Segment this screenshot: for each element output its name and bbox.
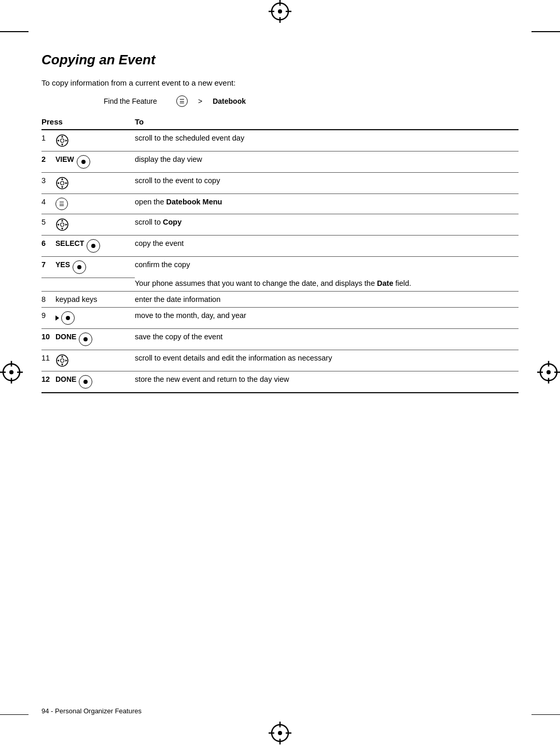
svg-marker-45	[61, 364, 63, 366]
svg-point-1	[278, 9, 282, 13]
svg-marker-35	[65, 182, 67, 184]
col-to-header: To	[135, 114, 519, 130]
find-feature-destination: Datebook	[213, 97, 246, 105]
svg-point-31	[61, 182, 64, 185]
svg-marker-40	[57, 224, 59, 226]
scroll-icon	[55, 176, 69, 190]
page-footer: 94 - Personal Organizer Features	[41, 707, 142, 715]
center-press-icon	[77, 155, 90, 169]
svg-marker-33	[61, 186, 63, 188]
step-num: 10	[41, 333, 53, 341]
page-number: 94	[41, 707, 49, 715]
step-to: enter the date information	[135, 291, 519, 307]
step-num: 12	[41, 375, 53, 383]
step-num: 9	[41, 311, 53, 320]
target-left-icon	[0, 361, 23, 385]
table-row: 9 move to the month, day, and year	[41, 307, 519, 328]
steps-table: Press To 1	[41, 114, 519, 393]
yes-label: YES	[55, 260, 70, 269]
step-to: store the new event and return to the da…	[135, 371, 519, 393]
step-num: 11	[41, 354, 53, 362]
step-to: open the Datebook Menu	[135, 194, 519, 214]
svg-marker-32	[61, 178, 63, 180]
table-row: 3 scroll to th	[41, 173, 519, 194]
step-to: Your phone assumes that you want to chan…	[135, 278, 519, 292]
page-title: Copying an Event	[41, 52, 519, 68]
table-row: 1 scroll to th	[41, 130, 519, 151]
table-row: 2 VIEW display the day view	[41, 151, 519, 173]
step-to: copy the event	[135, 236, 519, 257]
find-feature-separator: >	[198, 97, 202, 105]
table-row: Your phone assumes that you want to chan…	[41, 278, 519, 292]
col-press-header: Press	[41, 114, 135, 130]
step-num: 4	[41, 198, 53, 206]
svg-point-13	[9, 370, 13, 375]
menu-circle-icon: ☰	[176, 95, 188, 107]
scroll-icon	[55, 218, 69, 231]
scroll-icon	[55, 354, 69, 367]
center-press-icon	[87, 239, 100, 253]
page-content: Copying an Event To copy information fro…	[41, 52, 519, 694]
step-num: 5	[41, 218, 53, 226]
step-to: display the day view	[135, 151, 519, 173]
target-bottom-icon	[269, 722, 291, 746]
svg-marker-47	[65, 360, 67, 362]
svg-marker-29	[65, 140, 67, 142]
svg-marker-27	[61, 144, 63, 146]
center-press-icon	[79, 333, 92, 346]
menu-icon: ☰	[55, 198, 68, 210]
scroll-icon	[55, 134, 69, 147]
done-label-2: DONE	[55, 375, 76, 383]
svg-marker-39	[61, 228, 63, 230]
table-row: 7 YES confirm the copy	[41, 257, 519, 278]
step-to: scroll to the scheduled event day	[135, 130, 519, 151]
table-row: 10 DONE save the copy of the event	[41, 328, 519, 350]
target-right-icon	[537, 361, 560, 385]
view-label: VIEW	[55, 155, 74, 163]
svg-point-43	[61, 358, 64, 362]
table-row: 4 ☰ open the Datebook Menu	[41, 194, 519, 214]
center-press-icon	[61, 311, 75, 325]
svg-marker-44	[61, 355, 63, 357]
svg-point-37	[61, 223, 64, 227]
svg-marker-28	[57, 140, 59, 142]
step-to: move to the month, day, and year	[135, 307, 519, 328]
step-num: 1	[41, 134, 53, 142]
arrow-center-press	[55, 311, 75, 325]
find-feature-row: Find the Feature ☰ > Datebook	[104, 95, 519, 107]
footer-label: Personal Organizer Features	[55, 707, 142, 715]
center-press-icon-2	[79, 375, 92, 389]
step-num: 3	[41, 176, 53, 185]
table-row: 12 DONE store the new event and return t…	[41, 371, 519, 393]
table-row: 8 keypad keys enter the date information	[41, 291, 519, 307]
step-to: scroll to event details and edit the inf…	[135, 350, 519, 371]
keypad-label: keypad keys	[55, 295, 97, 303]
svg-point-25	[61, 139, 64, 143]
done-label: DONE	[55, 333, 76, 341]
table-row: 11 scroll to e	[41, 350, 519, 371]
center-press-icon	[73, 260, 86, 274]
target-top-icon	[269, 0, 291, 24]
footer-separator: -	[51, 707, 55, 715]
step-num: 8	[41, 295, 53, 303]
step-num: 2	[41, 155, 53, 163]
step-to: scroll to Copy	[135, 214, 519, 236]
svg-point-19	[547, 370, 551, 375]
intro-text: To copy information from a current event…	[41, 78, 519, 87]
svg-marker-41	[65, 224, 67, 226]
step-to: save the copy of the event	[135, 328, 519, 350]
table-row: 6 SELECT copy the event	[41, 236, 519, 257]
svg-point-7	[278, 731, 282, 735]
step-num: 6	[41, 239, 53, 247]
svg-marker-38	[61, 219, 63, 222]
find-feature-label: Find the Feature	[104, 97, 166, 105]
svg-marker-34	[57, 182, 59, 184]
step-num: 7	[41, 260, 53, 269]
select-label: SELECT	[55, 239, 84, 247]
table-row: 5 scroll to Co	[41, 214, 519, 236]
svg-marker-26	[61, 135, 63, 137]
svg-marker-46	[57, 360, 59, 362]
step-to: scroll to the event to copy	[135, 173, 519, 194]
step-to: confirm the copy	[135, 257, 519, 278]
